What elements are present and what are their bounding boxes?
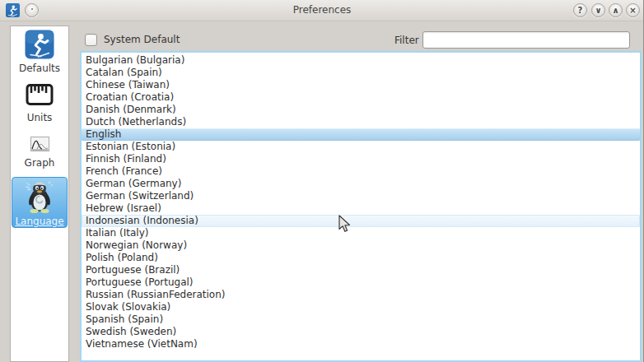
sidebar-item-label: Graph <box>25 157 55 169</box>
language-row[interactable]: Hebrew (Israel) <box>82 202 640 215</box>
language-row[interactable]: Spanish (Spain) <box>82 313 640 326</box>
language-row[interactable]: Vietnamese (VietNam) <box>82 338 640 350</box>
checkbox-box <box>85 34 97 46</box>
filter-label: Filter <box>394 35 418 46</box>
language-row[interactable]: Chinese (Taiwan) <box>82 79 640 91</box>
language-row[interactable]: Danish (Denmark) <box>82 104 640 116</box>
system-default-checkbox[interactable]: System Default <box>85 33 180 46</box>
language-row[interactable]: English <box>82 128 640 141</box>
sidebar-item-defaults[interactable]: Defaults <box>12 28 68 76</box>
language-row[interactable]: Dutch (Netherlands) <box>82 116 640 128</box>
language-row[interactable]: Portuguese (Portugal) <box>82 276 640 289</box>
shade-down-button[interactable]: ∨ <box>591 3 605 17</box>
window-title: Preferences <box>0 0 644 21</box>
language-row[interactable]: Croatian (Croatia) <box>82 91 640 104</box>
filter-input[interactable] <box>422 31 630 49</box>
language-list[interactable]: Bulgarian (Bulgaria)Catalan (Spain)Chine… <box>80 51 642 362</box>
language-row[interactable]: Swedish (Sweden) <box>82 326 640 338</box>
checkbox-label: System Default <box>104 34 180 45</box>
sidebar-item-label: Language <box>15 216 63 227</box>
sidebar-item-label: Units <box>27 112 53 123</box>
language-row[interactable]: Estonian (Estonia) <box>82 141 640 153</box>
titlebar[interactable]: Preferences ? ∨ ∧ × <box>0 0 644 21</box>
window-menu-button[interactable] <box>25 3 39 17</box>
language-row[interactable]: Polish (Poland) <box>82 252 640 264</box>
sidebar-item-language[interactable]: Language <box>12 177 68 228</box>
language-row[interactable]: Slovak (Slovakia) <box>82 301 640 313</box>
sidebar-item-graph[interactable]: Graph <box>12 132 68 174</box>
close-button[interactable]: × <box>626 3 640 17</box>
category-sidebar: Defaults Units Graph <box>10 26 69 362</box>
language-row[interactable]: Indonesian (Indonesia) <box>82 215 640 227</box>
language-row[interactable]: Portuguese (Brazil) <box>82 264 640 276</box>
diver-icon <box>25 28 54 61</box>
tux-penguin-icon <box>22 178 57 214</box>
language-row[interactable]: Italian (Italy) <box>82 227 640 239</box>
shade-up-button[interactable]: ∧ <box>609 3 623 17</box>
sidebar-item-label: Defaults <box>19 63 60 74</box>
language-row[interactable]: Finnish (Finland) <box>82 153 640 165</box>
sidebar-item-units[interactable]: Units <box>12 79 68 127</box>
graph-icon <box>30 132 49 155</box>
language-row[interactable]: Bulgarian (Bulgaria) <box>82 54 640 67</box>
language-row[interactable]: German (Germany) <box>82 178 640 190</box>
language-row[interactable]: Norwegian (Norway) <box>82 239 640 252</box>
language-row[interactable]: Russian (RussianFederation) <box>82 289 640 301</box>
language-row[interactable]: Catalan (Spain) <box>82 67 640 79</box>
language-row[interactable]: German (Switzerland) <box>82 190 640 202</box>
help-button[interactable]: ? <box>573 3 587 17</box>
ruler-icon <box>26 79 54 110</box>
language-row[interactable]: French (France) <box>82 165 640 178</box>
preferences-dialog: Preferences ? ∨ ∧ × <box>0 0 644 362</box>
app-logo-icon <box>6 3 20 17</box>
